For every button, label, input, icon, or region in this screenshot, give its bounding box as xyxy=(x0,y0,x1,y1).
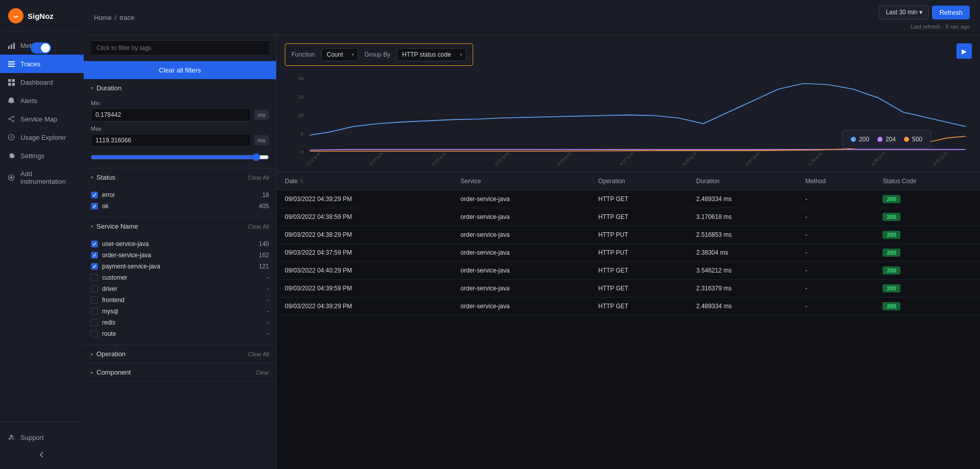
table-container: Date ⇅ Service Operation Duration Method… xyxy=(277,172,980,469)
order-service-checkbox[interactable]: ✓ xyxy=(91,252,98,259)
component-clear-link[interactable]: Clear xyxy=(256,369,269,376)
table-row[interactable]: 09/03/2022 04:40:29 PM order-service-jav… xyxy=(277,262,980,280)
cell-status-code: 200 xyxy=(874,280,980,298)
service-item-mysql: mysql - xyxy=(91,306,269,317)
status-badge: 200 xyxy=(883,284,900,292)
service-name-section-header[interactable]: ▾ Service Name Clear All xyxy=(84,217,276,235)
ok-count: 405 xyxy=(259,203,269,210)
chart-svg: 20 15 10 5 0 xyxy=(285,72,972,164)
sidebar-item-settings[interactable]: Settings xyxy=(0,146,84,165)
table-row[interactable]: 09/03/2022 04:38:29 PM order-service-jav… xyxy=(277,226,980,244)
table-row[interactable]: 09/03/2022 04:39:59 PM order-service-jav… xyxy=(277,280,980,298)
payment-service-checkbox[interactable]: ✓ xyxy=(91,263,98,270)
sidebar-item-alerts[interactable]: Alerts xyxy=(0,91,84,110)
status-section-body: ✓ error 18 ✓ ok 405 xyxy=(84,186,276,217)
sidebar-item-dashboard[interactable]: Dashboard xyxy=(0,73,84,91)
cell-date: 09/03/2022 04:38:59 PM xyxy=(277,208,452,226)
order-service-label: order-service-java xyxy=(102,252,255,259)
chart-expand-btn[interactable]: ▶ xyxy=(957,43,972,59)
col-method: Method xyxy=(797,172,875,190)
duration-max-input[interactable] xyxy=(91,134,251,147)
sidebar-item-add-instrumentation[interactable]: Add instrumentation xyxy=(0,165,84,190)
col-date-label: Date xyxy=(285,178,298,185)
group-by-select[interactable]: HTTP status code xyxy=(397,48,467,61)
cell-operation: HTTP GET xyxy=(590,262,688,280)
cell-duration: 2.38304 ms xyxy=(688,244,797,262)
cell-status-code: 200 xyxy=(874,190,980,208)
status-clear-link[interactable]: Clear All xyxy=(248,175,269,181)
chevron-down-icon: ▾ xyxy=(91,85,93,91)
route-label: route xyxy=(102,330,263,337)
cell-duration: 2.316379 ms xyxy=(688,280,797,298)
operation-section-header[interactable]: ▸ Operation Clear All xyxy=(84,345,276,363)
filter-bar xyxy=(84,35,276,61)
svg-rect-6 xyxy=(8,66,15,67)
user-service-count: 140 xyxy=(259,240,269,248)
user-service-label: user-service-java xyxy=(102,240,255,248)
redis-label: redis xyxy=(102,319,263,326)
sidebar-item-usage-explorer[interactable]: Usage Explorer xyxy=(0,128,84,146)
duration-section-header[interactable]: ▾ Duration xyxy=(84,79,276,97)
theme-toggle[interactable] xyxy=(31,42,51,54)
cell-date: 09/03/2022 04:39:59 PM xyxy=(277,280,452,298)
cell-method: - xyxy=(797,298,875,315)
sidebar-item-support[interactable]: Support xyxy=(0,428,84,447)
cell-duration: 3.546212 ms xyxy=(688,262,797,280)
route-checkbox[interactable] xyxy=(91,330,98,337)
component-section-header[interactable]: ▸ Component Clear xyxy=(84,363,276,381)
cell-method: - xyxy=(797,226,875,244)
function-select[interactable]: Count xyxy=(321,48,358,61)
table-header: Date ⇅ Service Operation Duration Method… xyxy=(277,172,980,190)
duration-min-input[interactable] xyxy=(91,108,251,121)
cell-service: order-service-java xyxy=(452,262,590,280)
cell-method: - xyxy=(797,190,875,208)
table-row[interactable]: 09/03/2022 04:39:29 PM order-service-jav… xyxy=(277,190,980,208)
tag-filter-input[interactable] xyxy=(90,40,270,56)
cell-status-code: 200 xyxy=(874,298,980,315)
cell-service: order-service-java xyxy=(452,298,590,315)
time-range-label: Last 30 min xyxy=(886,9,917,16)
status-label: Status xyxy=(96,174,115,181)
mysql-checkbox[interactable] xyxy=(91,308,98,315)
svg-text:15: 15 xyxy=(298,94,304,100)
cell-date: 09/03/2022 04:40:29 PM xyxy=(277,262,452,280)
grid-icon xyxy=(7,78,15,86)
col-service: Service xyxy=(452,172,590,190)
chevron-down-icon: ▾ xyxy=(91,175,93,180)
sidebar-item-traces[interactable]: Traces xyxy=(0,55,84,73)
col-date[interactable]: Date ⇅ xyxy=(277,172,452,190)
mysql-count: - xyxy=(267,308,269,315)
service-name-clear-link[interactable]: Clear All xyxy=(248,224,269,230)
table-row[interactable]: 09/03/2022 04:38:59 PM order-service-jav… xyxy=(277,208,980,226)
frontend-checkbox[interactable] xyxy=(91,297,98,304)
user-service-checkbox[interactable]: ✓ xyxy=(91,240,98,248)
sidebar-item-service-map[interactable]: Service Map xyxy=(0,110,84,128)
svg-point-11 xyxy=(13,116,14,117)
breadcrumb-separator: / xyxy=(115,14,117,21)
breadcrumb-home[interactable]: Home xyxy=(94,14,112,21)
error-checkbox[interactable]: ✓ xyxy=(91,191,98,199)
table-row[interactable]: 09/03/2022 04:37:59 PM order-service-jav… xyxy=(277,244,980,262)
payment-service-label: payment-service-java xyxy=(102,263,255,270)
service-item-customer: customer - xyxy=(91,272,269,283)
redis-checkbox[interactable] xyxy=(91,319,98,326)
duration-range-slider[interactable] xyxy=(91,153,269,161)
refresh-btn[interactable]: Refresh xyxy=(932,6,970,19)
operation-clear-link[interactable]: Clear All xyxy=(248,351,269,357)
service-item-payment: ✓ payment-service-java 121 xyxy=(91,261,269,272)
cell-date: 09/03/2022 04:39:29 PM xyxy=(277,298,452,315)
legend-label-200: 200 xyxy=(859,136,869,143)
service-item-driver: driver - xyxy=(91,283,269,294)
clear-all-filters-btn[interactable]: Clear all filters xyxy=(84,61,276,79)
table-row[interactable]: 09/03/2022 04:39:29 PM order-service-jav… xyxy=(277,298,980,315)
driver-checkbox[interactable] xyxy=(91,285,98,292)
ok-checkbox[interactable]: ✓ xyxy=(91,203,98,210)
time-range-btn[interactable]: Last 30 min ▾ xyxy=(879,5,929,19)
service-item-route: route - xyxy=(91,328,269,339)
col-duration: Duration xyxy=(688,172,797,190)
status-badge: 200 xyxy=(883,195,900,203)
status-section-header[interactable]: ▾ Status Clear All xyxy=(84,168,276,186)
cell-operation: HTTP PUT xyxy=(590,244,688,262)
customer-checkbox[interactable] xyxy=(91,274,98,281)
sidebar-collapse-btn[interactable] xyxy=(0,447,84,463)
